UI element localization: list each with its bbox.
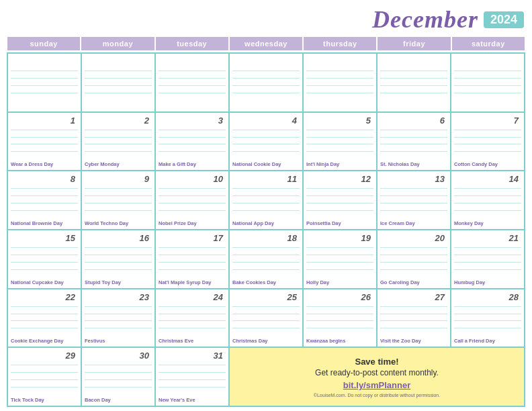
- cell-day-21: 21 Humbug Day: [451, 230, 525, 289]
- promo-link[interactable]: bit.ly/smPlanner: [343, 380, 410, 390]
- cell-day-17: 17 Nat'l Maple Syrup Day: [156, 230, 230, 289]
- event-label-20: Go Caroling Day: [380, 279, 447, 287]
- cell-day-22: 22 Cookie Exchange Day: [8, 289, 82, 349]
- day-number-3: 3: [159, 114, 226, 126]
- day-number-1: 1: [11, 114, 78, 126]
- cell-day-31: 31 New Year's Eve: [156, 348, 230, 407]
- day-number-6: 6: [380, 114, 447, 126]
- event-label-19: Holly Day: [306, 279, 373, 287]
- event-label-9: World Techno Day: [85, 220, 152, 228]
- cell-day-5: 5 Int'l Ninja Day: [304, 113, 378, 172]
- day-number-19: 19: [306, 232, 373, 244]
- day-number-20: 20: [380, 232, 447, 244]
- cell-empty-1: [82, 54, 156, 113]
- event-label-8: National Brownie Day: [11, 220, 78, 228]
- cell-empty-0: [8, 54, 82, 113]
- cell-day-14: 14 Monkey Day: [451, 171, 525, 230]
- day-number-8: 8: [11, 173, 78, 185]
- event-label-14: Monkey Day: [454, 220, 521, 228]
- event-label-30: Bacon Day: [85, 396, 152, 404]
- day-number-22: 22: [11, 291, 78, 303]
- promo-copyright: ©LouiseM.com. Do not copy or distribute …: [314, 393, 440, 398]
- day-number-23: 23: [85, 291, 152, 303]
- cell-day-30: 30 Bacon Day: [82, 348, 156, 407]
- event-label-3: Make a Gift Day: [159, 161, 226, 169]
- event-label-29: Tick Tock Day: [11, 396, 78, 404]
- day-number-4: 4: [232, 114, 300, 126]
- event-label-2: Cyber Monday: [85, 161, 152, 169]
- cell-day-6: 6 St. Nicholas Day: [378, 113, 451, 172]
- cell-day-8: 8 National Brownie Day: [8, 171, 82, 230]
- cell-day-11: 11 National App Day: [230, 171, 304, 230]
- day-number-10: 10: [159, 173, 226, 185]
- day-headers: sunday monday tuesday wednesday thursday…: [7, 36, 525, 51]
- event-label-6: St. Nicholas Day: [380, 161, 447, 169]
- event-label-17: Nat'l Maple Syrup Day: [159, 279, 226, 287]
- event-label-25: Christmas Day: [232, 337, 300, 345]
- cell-day-27: 27 Visit the Zoo Day: [378, 289, 451, 349]
- cell-day-19: 19 Holly Day: [304, 230, 378, 289]
- day-number-5: 5: [306, 114, 373, 126]
- day-number-30: 30: [85, 349, 152, 361]
- cell-day-23: 23 Festivus: [82, 289, 156, 349]
- cell-day-9: 9 World Techno Day: [82, 171, 156, 230]
- event-label-13: Ice Cream Day: [380, 220, 447, 228]
- day-number-15: 15: [11, 232, 78, 244]
- day-number-17: 17: [159, 232, 226, 244]
- calendar-grid: 1 Wear a Dress Day 2 Cyber Monday 3: [7, 52, 525, 407]
- header-wednesday: wednesday: [229, 36, 303, 51]
- event-label-26: Kwanzaa begins: [306, 337, 373, 345]
- event-label-10: Nobel Prize Day: [159, 220, 226, 228]
- day-number-2: 2: [85, 114, 152, 126]
- cell-day-13: 13 Ice Cream Day: [378, 171, 451, 230]
- promo-title: Save time!: [355, 357, 398, 367]
- cell-empty-4: [304, 54, 378, 113]
- event-label-31: New Year's Eve: [159, 396, 226, 404]
- cell-day-3: 3 Make a Gift Day: [156, 113, 230, 172]
- event-label-12: Poinsettia Day: [306, 220, 373, 228]
- cell-day-28: 28 Call a Friend Day: [451, 289, 525, 349]
- cell-day-25: 25 Christmas Day: [230, 289, 304, 349]
- day-number-25: 25: [232, 291, 300, 303]
- cell-day-29: 29 Tick Tock Day: [8, 348, 82, 407]
- day-number-24: 24: [159, 291, 226, 303]
- event-label-4: National Cookie Day: [232, 161, 300, 169]
- month-title: December: [372, 5, 478, 34]
- day-number-31: 31: [159, 349, 226, 361]
- event-label-23: Festivus: [85, 337, 152, 345]
- day-number-13: 13: [380, 173, 447, 185]
- cell-day-26: 26 Kwanzaa begins: [304, 289, 378, 349]
- cell-day-16: 16 Stupid Toy Day: [82, 230, 156, 289]
- cell-day-4: 4 National Cookie Day: [230, 113, 304, 172]
- event-label-16: Stupid Toy Day: [85, 279, 152, 287]
- cell-day-2: 2 Cyber Monday: [82, 113, 156, 172]
- day-number-14: 14: [454, 173, 521, 185]
- cell-day-15: 15 National Cupcake Day: [8, 230, 82, 289]
- calendar-wrapper: December 2024 sunday monday tuesday wedn…: [0, 0, 532, 411]
- day-number-27: 27: [380, 291, 447, 303]
- promo-cell: Save time! Get ready-to-post content mon…: [230, 348, 525, 407]
- header-tuesday: tuesday: [155, 36, 229, 51]
- event-label-28: Call a Friend Day: [454, 337, 521, 345]
- header-sunday: sunday: [7, 36, 81, 51]
- cell-empty-6: [451, 54, 525, 113]
- day-number-7: 7: [454, 114, 521, 126]
- header-monday: monday: [81, 36, 154, 51]
- promo-subtitle: Get ready-to-post content monthly.: [315, 368, 439, 377]
- calendar-header: December 2024: [7, 5, 525, 34]
- event-label-22: Cookie Exchange Day: [11, 337, 78, 345]
- cell-empty-2: [156, 54, 230, 113]
- day-number-16: 16: [85, 232, 152, 244]
- cell-day-10: 10 Nobel Prize Day: [156, 171, 230, 230]
- event-label-1: Wear a Dress Day: [11, 161, 78, 169]
- cell-empty-5: [378, 54, 451, 113]
- event-label-11: National App Day: [232, 220, 300, 228]
- day-number-21: 21: [454, 232, 521, 244]
- day-number-28: 28: [454, 291, 521, 303]
- cell-day-20: 20 Go Caroling Day: [378, 230, 451, 289]
- day-number-26: 26: [306, 291, 373, 303]
- event-label-15: National Cupcake Day: [11, 279, 78, 287]
- year-badge: 2024: [484, 11, 524, 28]
- cell-day-1: 1 Wear a Dress Day: [8, 113, 82, 172]
- event-label-18: Bake Cookies Day: [232, 279, 300, 287]
